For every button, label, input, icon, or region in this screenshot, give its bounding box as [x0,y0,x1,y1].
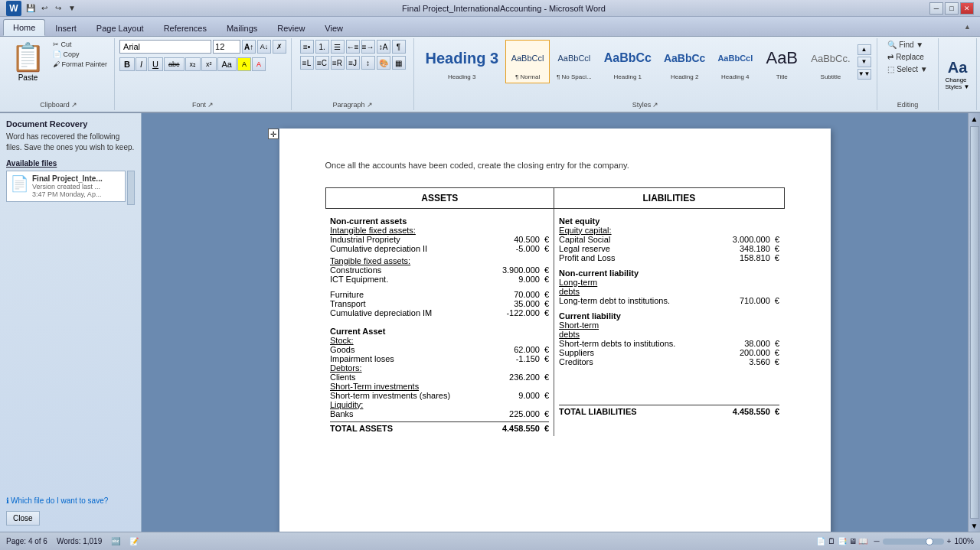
long-term-debt-amount: 710.000 € [740,296,779,305]
cum-dep2-label: Cumulative depreciation II [330,244,427,253]
spacer3 [559,262,779,268]
style-no-spacing[interactable]: AaBbCcl ¶ No Spaci... [551,40,597,83]
decrease-indent-btn[interactable]: ←≡ [346,40,360,54]
styles-scroll-up[interactable]: ▲ [858,44,871,55]
change-styles-content: Aa ChangeStyles ▼ [946,40,970,109]
cut-button[interactable]: ✂ Cut [51,40,109,49]
bullets-btn[interactable]: ≡• [300,40,314,54]
intangible-title: Intangible fixed assets: [330,226,549,235]
style-title[interactable]: AaB Title [760,40,804,83]
ribbon-collapse[interactable]: ▲ [964,23,977,31]
main-area: Document Recovery Word has recovered the… [0,113,980,532]
short-term-inv-title: Short-Term investments [330,382,549,391]
undo-qa-btn[interactable]: ↩ [38,2,51,15]
paragraph-expand-icon[interactable]: ↗ [367,101,373,109]
scroll-thumb[interactable] [970,126,979,519]
clear-formatting-btn[interactable]: ✗ [273,40,286,54]
multilevel-list-btn[interactable]: ☰ [331,40,345,54]
short-term-inv-amount: 9.000 € [518,391,549,400]
superscript-btn[interactable]: x² [201,57,217,71]
tab-home[interactable]: Home [3,19,45,36]
maximize-btn[interactable]: □ [945,2,959,15]
tab-references[interactable]: References [154,19,217,36]
close-sidebar-btn[interactable]: Close [6,511,40,526]
document-area[interactable]: ✛ Once all the accounts have been coded,… [142,113,968,532]
zoom-in-btn[interactable]: + [947,537,952,545]
change-styles-btn[interactable]: ChangeStyles ▼ [946,76,970,90]
font-size-decrease-btn[interactable]: A↓ [257,40,271,54]
font-expand-icon[interactable]: ↗ [207,101,214,109]
zoom-thumb [926,538,933,545]
select-btn[interactable]: ⬚ Select ▼ [885,64,929,74]
style-heading4[interactable]: AaBbCcl Heading 4 [712,40,758,83]
debtors-title: Debtors: [330,363,549,373]
format-painter-button[interactable]: 🖌 Format Painter [51,60,109,69]
find-btn[interactable]: 🔍 Find ▼ [885,40,929,50]
sidebar-help-link[interactable]: ℹ Which file do I want to save? [6,496,135,505]
goods-label: Goods [330,345,354,354]
title-bar-left: W 💾 ↩ ↪ ▼ [6,1,78,16]
show-hide-btn[interactable]: ¶ [392,40,406,54]
style-subtitle[interactable]: AaBbCc. Subtitle [805,40,855,83]
justify-btn[interactable]: ≡J [346,56,360,70]
borders-btn[interactable]: ▦ [392,56,406,70]
close-btn[interactable]: ✕ [960,2,974,15]
scroll-down-btn[interactable]: ▼ [969,520,980,532]
tab-page-layout[interactable]: Page Layout [87,19,154,36]
numbering-btn[interactable]: 1. [315,40,329,54]
clipboard-expand-icon[interactable]: ↗ [71,101,77,109]
ict-amount: 9.000 € [518,275,549,284]
copy-button[interactable]: 📄 Copy [51,50,109,59]
tab-insert[interactable]: Insert [45,19,87,36]
right-scrollbar[interactable]: ▲ ▼ [968,113,980,532]
profit-loss-row: Profit and Loss 158.810 € [559,253,779,262]
tab-review[interactable]: Review [267,19,315,36]
zoom-slider[interactable] [883,539,944,545]
replace-btn[interactable]: ⇄ Replace [885,52,929,62]
table-move-handle[interactable]: ✛ [268,129,279,139]
redo-qa-btn[interactable]: ↪ [52,2,64,15]
align-left-btn[interactable]: ≡L [300,56,314,70]
sidebar-file-item[interactable]: 📄 Final Project_Inte... Version created … [6,171,126,202]
strikethrough-btn[interactable]: abc [164,57,185,71]
line-spacing-btn[interactable]: ↕ [361,56,375,70]
impairment-amount: -1.150 € [516,354,549,363]
minimize-btn[interactable]: ─ [929,2,943,15]
align-right-btn[interactable]: ≡R [331,56,345,70]
font-size-input[interactable] [213,40,240,54]
italic-btn[interactable]: I [136,57,147,71]
style-normal[interactable]: AaBbCcl ¶ Normal [505,40,550,83]
highlight-btn[interactable]: A [237,57,251,71]
change-case-btn[interactable]: Aa [217,57,237,71]
zoom-controls: ─ + 100% [874,537,974,545]
increase-indent-btn[interactable]: ≡→ [361,40,375,54]
styles-more[interactable]: ▼▼ [858,69,871,80]
paragraph-group: ≡• 1. ☰ ←≡ ≡→ ↕A ¶ ≡L ≡C ≡R ≡J ↕ 🎨 ▦ [292,38,414,110]
styles-expand-icon[interactable]: ↗ [652,101,658,109]
total-liabilities-amount: 4.458.550 € [733,407,779,416]
shading-btn[interactable]: 🎨 [377,56,390,70]
styles-scroll-down[interactable]: ▼ [858,57,871,67]
goods-row: Goods 62.000 € [330,345,549,354]
current-liability-title: Current liability [559,311,779,321]
subscript-btn[interactable]: x₂ [185,57,201,71]
bold-btn[interactable]: B [119,57,135,71]
style-heading3[interactable]: Heading 3 Heading 3 [420,40,504,83]
font-size-increase-btn[interactable]: A↑ [242,40,256,54]
font-color-btn[interactable]: A [252,57,266,71]
style-heading2[interactable]: AaBbCc Heading 2 [658,40,710,83]
sidebar-scrollbar[interactable] [127,171,135,205]
scroll-up-btn[interactable]: ▲ [969,113,980,125]
zoom-out-btn[interactable]: ─ [874,537,879,545]
tab-mailings[interactable]: Mailings [217,19,267,36]
furniture-amount: 70.000 € [514,290,549,299]
align-center-btn[interactable]: ≡C [315,56,329,70]
tab-view[interactable]: View [315,19,353,36]
underline-btn[interactable]: U [148,57,163,71]
font-name-input[interactable] [119,40,211,54]
qa-dropdown[interactable]: ▼ [66,2,78,15]
paste-button[interactable]: 📋 Paste [8,40,48,83]
save-qa-btn[interactable]: 💾 [24,2,37,15]
sort-btn[interactable]: ↕A [377,40,390,54]
style-heading1[interactable]: AaBbCc Heading 1 [599,40,657,83]
